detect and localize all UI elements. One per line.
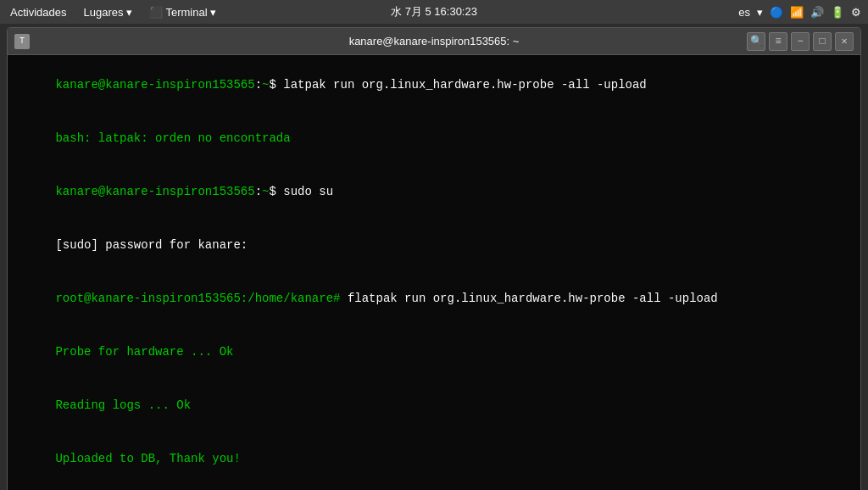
line-2: bash: latpak: orden no encontrada xyxy=(13,112,855,165)
lang-indicator[interactable]: es xyxy=(738,6,750,19)
line-3: kanare@kanare-inspiron153565:~$ sudo su xyxy=(13,165,855,219)
terminal-controls: 🔍 ≡ − □ ✕ xyxy=(747,32,854,51)
terminal-app-icon: T xyxy=(14,34,30,49)
line-7: Reading logs ... Ok xyxy=(13,379,855,432)
terminal-title: kanare@kanare-inspiron153565: ~ xyxy=(349,35,520,47)
terminal-titlebar: T kanare@kanare-inspiron153565: ~ 🔍 ≡ − … xyxy=(8,28,860,55)
titlebar-left: T xyxy=(14,34,30,49)
minimize-button[interactable]: − xyxy=(791,32,810,51)
volume-icon: 🔊 xyxy=(810,6,824,19)
line-8: Uploaded to DB, Thank you! xyxy=(13,432,855,486)
system-datetime: 水 7月 5 16:30:23 xyxy=(391,4,477,19)
terminal-window: T kanare@kanare-inspiron153565: ~ 🔍 ≡ − … xyxy=(7,27,861,490)
search-button[interactable]: 🔍 xyxy=(747,32,765,51)
battery-icon: 🔋 xyxy=(831,6,844,19)
power-icon: ⚙ xyxy=(851,6,861,19)
network-icon: 📶 xyxy=(790,6,804,19)
line-empty xyxy=(13,486,855,490)
system-bar-right: es ▾ 🔵 📶 🔊 🔋 ⚙ xyxy=(738,6,861,19)
line-4: [sudo] password for kanare: xyxy=(13,219,855,272)
bluetooth-icon: 🔵 xyxy=(770,6,783,19)
menu-button[interactable]: ≡ xyxy=(769,32,787,51)
terminal-menu[interactable]: ⬛ Terminal ▾ xyxy=(146,4,220,20)
close-button[interactable]: ✕ xyxy=(835,32,854,51)
actividades-menu[interactable]: Actividades xyxy=(7,4,70,20)
system-bar: Actividades Lugares ▾ ⬛ Terminal ▾ 水 7月 … xyxy=(0,0,868,24)
terminal-content[interactable]: kanare@kanare-inspiron153565:~$ latpak r… xyxy=(8,55,860,490)
line-6: Probe for hardware ... Ok xyxy=(13,326,855,379)
line-1: kanare@kanare-inspiron153565:~$ latpak r… xyxy=(13,58,855,112)
maximize-button[interactable]: □ xyxy=(813,32,832,51)
line-5: root@kanare-inspiron153565:/home/kanare#… xyxy=(13,272,855,326)
lugares-menu[interactable]: Lugares ▾ xyxy=(80,4,136,20)
system-bar-left: Actividades Lugares ▾ ⬛ Terminal ▾ xyxy=(7,4,220,20)
